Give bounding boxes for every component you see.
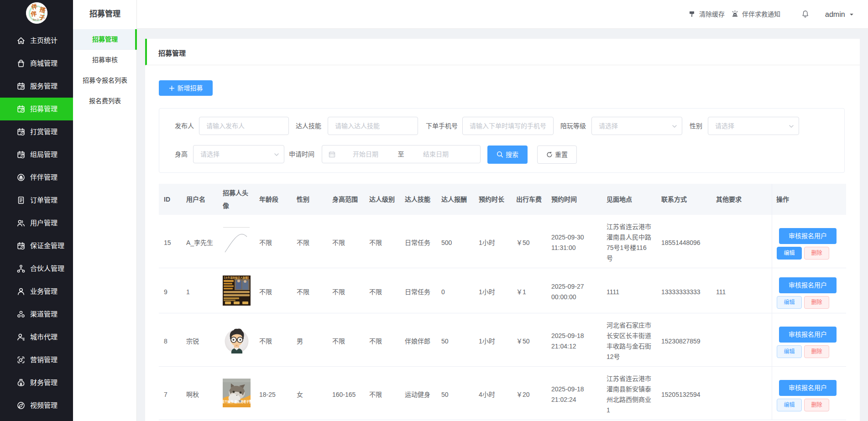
svg-text:【大牛哥的饭店人脉圈】: 【大牛哥的饭店人脉圈】	[223, 276, 250, 280]
svg-text:Ban Zi: Ban Zi	[33, 19, 39, 21]
svg-text:伴: 伴	[30, 10, 37, 18]
svg-text:子: 子	[38, 14, 45, 21]
svg-text:你这个操作 差点把老子整懵: 你这个操作 差点把老子整懵	[223, 400, 251, 404]
